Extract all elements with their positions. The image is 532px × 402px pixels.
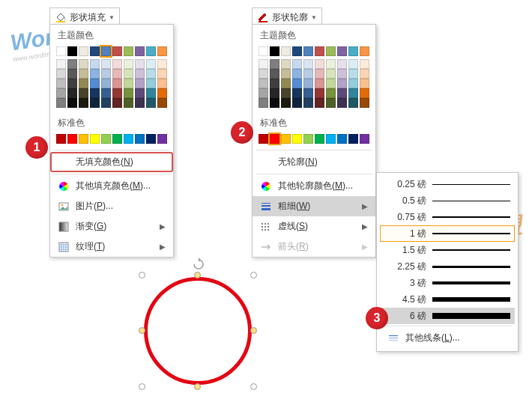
- color-swatch[interactable]: [360, 59, 369, 69]
- color-swatch[interactable]: [146, 69, 156, 79]
- color-swatch[interactable]: [303, 59, 313, 69]
- color-swatch[interactable]: [56, 79, 66, 88]
- color-swatch[interactable]: [101, 88, 111, 98]
- color-swatch[interactable]: [90, 98, 100, 108]
- more-lines-item[interactable]: 其他线条(L)...: [380, 328, 515, 348]
- resize-handle[interactable]: [250, 383, 257, 390]
- color-swatch[interactable]: [259, 69, 268, 79]
- color-swatch[interactable]: [337, 69, 347, 79]
- no-fill-item[interactable]: 无填充颜色(N): [50, 152, 173, 172]
- color-swatch[interactable]: [157, 88, 167, 98]
- weight-option[interactable]: 1.5 磅: [380, 242, 515, 258]
- color-swatch[interactable]: [315, 88, 324, 98]
- color-swatch[interactable]: [292, 79, 302, 88]
- resize-handle[interactable]: [194, 383, 201, 390]
- outline-weight-item[interactable]: 粗细(W) ▶: [253, 196, 375, 216]
- color-swatch[interactable]: [67, 69, 77, 79]
- color-swatch[interactable]: [79, 69, 88, 79]
- color-swatch[interactable]: [124, 46, 133, 56]
- color-swatch[interactable]: [270, 59, 279, 69]
- color-swatch[interactable]: [326, 59, 336, 69]
- color-swatch[interactable]: [79, 79, 88, 88]
- color-swatch[interactable]: [326, 46, 336, 56]
- color-swatch[interactable]: [90, 46, 100, 56]
- weight-option[interactable]: 6 磅: [380, 308, 515, 324]
- color-swatch[interactable]: [101, 134, 111, 144]
- color-swatch[interactable]: [315, 134, 324, 144]
- color-swatch[interactable]: [259, 134, 268, 144]
- color-swatch[interactable]: [348, 46, 358, 56]
- color-swatch[interactable]: [348, 88, 358, 98]
- color-swatch[interactable]: [281, 46, 291, 56]
- color-swatch[interactable]: [292, 98, 302, 108]
- color-swatch[interactable]: [67, 88, 77, 98]
- color-swatch[interactable]: [90, 79, 100, 88]
- color-swatch[interactable]: [337, 79, 347, 88]
- weight-option[interactable]: 2.25 磅: [380, 258, 515, 275]
- color-swatch[interactable]: [67, 134, 77, 144]
- color-swatch[interactable]: [303, 46, 313, 56]
- color-swatch[interactable]: [303, 69, 313, 79]
- resize-handle[interactable]: [139, 383, 145, 390]
- color-swatch[interactable]: [360, 134, 369, 144]
- color-swatch[interactable]: [157, 79, 167, 88]
- color-swatch[interactable]: [56, 46, 66, 56]
- color-swatch[interactable]: [292, 134, 302, 144]
- resize-handle[interactable]: [250, 327, 257, 334]
- color-swatch[interactable]: [79, 134, 88, 144]
- color-swatch[interactable]: [112, 88, 122, 98]
- color-swatch[interactable]: [270, 69, 279, 79]
- color-swatch[interactable]: [67, 59, 77, 69]
- no-outline-item[interactable]: 无轮廓(N): [253, 152, 375, 172]
- color-swatch[interactable]: [56, 98, 66, 108]
- color-swatch[interactable]: [135, 59, 145, 69]
- color-swatch[interactable]: [337, 98, 347, 108]
- color-swatch[interactable]: [101, 69, 111, 79]
- color-swatch[interactable]: [135, 88, 145, 98]
- weight-option[interactable]: 0.5 磅: [380, 192, 515, 209]
- color-swatch[interactable]: [281, 59, 291, 69]
- color-swatch[interactable]: [281, 98, 291, 108]
- color-swatch[interactable]: [303, 98, 313, 108]
- color-swatch[interactable]: [360, 46, 369, 56]
- color-swatch[interactable]: [124, 88, 133, 98]
- color-swatch[interactable]: [157, 46, 167, 56]
- weight-option[interactable]: 1 磅: [380, 225, 515, 242]
- color-swatch[interactable]: [67, 46, 77, 56]
- weight-option[interactable]: 0.75 磅: [380, 209, 515, 225]
- color-swatch[interactable]: [281, 88, 291, 98]
- color-swatch[interactable]: [360, 98, 369, 108]
- color-swatch[interactable]: [315, 79, 324, 88]
- color-swatch[interactable]: [112, 79, 122, 88]
- weight-option[interactable]: 0.25 磅: [380, 176, 515, 192]
- color-swatch[interactable]: [112, 69, 122, 79]
- color-swatch[interactable]: [270, 134, 279, 144]
- color-swatch[interactable]: [135, 98, 145, 108]
- color-swatch[interactable]: [292, 69, 302, 79]
- color-swatch[interactable]: [259, 46, 268, 56]
- color-swatch[interactable]: [112, 134, 122, 144]
- color-swatch[interactable]: [270, 88, 279, 98]
- color-swatch[interactable]: [56, 69, 66, 79]
- color-swatch[interactable]: [124, 134, 133, 144]
- color-swatch[interactable]: [90, 59, 100, 69]
- color-swatch[interactable]: [270, 79, 279, 88]
- color-swatch[interactable]: [292, 46, 302, 56]
- color-swatch[interactable]: [259, 88, 268, 98]
- color-swatch[interactable]: [56, 88, 66, 98]
- color-swatch[interactable]: [348, 69, 358, 79]
- color-swatch[interactable]: [315, 69, 324, 79]
- color-swatch[interactable]: [146, 134, 156, 144]
- color-swatch[interactable]: [348, 98, 358, 108]
- color-swatch[interactable]: [112, 59, 122, 69]
- color-swatch[interactable]: [281, 79, 291, 88]
- color-swatch[interactable]: [135, 46, 145, 56]
- outline-dashes-item[interactable]: 虚线(S) ▶: [253, 216, 375, 237]
- color-swatch[interactable]: [292, 59, 302, 69]
- color-swatch[interactable]: [281, 134, 291, 144]
- color-swatch[interactable]: [360, 88, 369, 98]
- color-swatch[interactable]: [67, 98, 77, 108]
- color-swatch[interactable]: [259, 98, 268, 108]
- color-swatch[interactable]: [101, 59, 111, 69]
- color-swatch[interactable]: [157, 134, 167, 144]
